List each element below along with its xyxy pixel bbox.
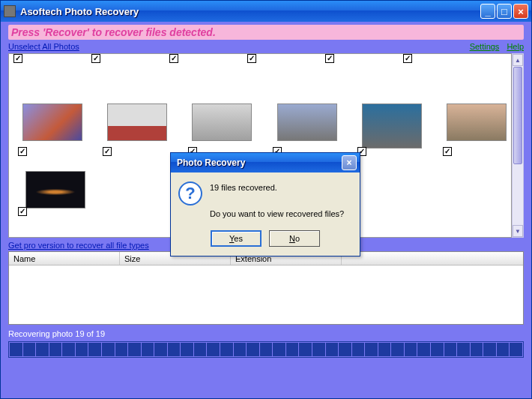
photo-checkbox[interactable] [103,147,112,156]
yes-button[interactable]: Yes [211,230,262,247]
pro-version-link[interactable]: Get pro version to recover all file type… [8,241,149,250]
recovery-dialog: Photo Recovery × ? 19 files recovered. D… [170,152,360,256]
close-button[interactable]: × [513,4,528,19]
photo-thumb[interactable] [446,104,508,148]
photo-thumb[interactable] [21,171,90,208]
links-row: Unselect All Photos Settings Help [8,40,524,53]
photo-checkbox[interactable] [403,54,412,63]
photo-checkbox[interactable] [18,147,27,156]
scroll-down-button[interactable]: ▼ [513,225,523,237]
scroll-up-button[interactable]: ▲ [513,54,523,66]
dialog-close-button[interactable]: × [342,155,357,170]
col-name[interactable]: Name [9,252,120,265]
question-icon: ? [178,182,202,206]
photo-thumb[interactable] [191,104,253,148]
dialog-line2: Do you want to view recovered files? [210,208,344,221]
title-bar[interactable]: Asoftech Photo Recovery _ □ × [1,1,531,22]
photo-thumb[interactable] [106,104,168,148]
photo-checkbox[interactable] [91,54,100,63]
photo-checkbox[interactable] [13,54,22,63]
photo-checkbox[interactable] [325,54,334,63]
progress-bar [8,341,524,358]
vertical-scrollbar[interactable]: ▲ ▼ [512,53,524,238]
dialog-title-bar[interactable]: Photo Recovery × [171,153,360,172]
maximize-button[interactable]: □ [497,4,512,19]
dialog-text: 19 files recovered. Do you want to view … [210,182,344,221]
settings-link[interactable]: Settings [470,42,500,51]
status-text: Recovering photo 19 of 19 [8,329,524,338]
app-window: Asoftech Photo Recovery _ □ × Press 'Rec… [0,0,532,399]
photo-thumb[interactable] [21,104,83,148]
photo-checkbox[interactable] [18,207,27,216]
file-table: Name Size Extension [8,251,524,325]
unselect-all-link[interactable]: Unselect All Photos [8,42,79,51]
photo-checkbox[interactable] [169,54,178,63]
photo-thumb[interactable] [360,104,423,148]
window-title: Asoftech Photo Recovery [20,6,479,17]
dialog-title: Photo Recovery [174,158,342,168]
help-link[interactable]: Help [507,42,524,51]
photo-thumb[interactable] [276,104,338,148]
app-icon [4,5,16,17]
scroll-thumb[interactable] [513,67,522,164]
col-spacer [342,252,523,265]
instruction-text: Press 'Recover' to recover files detecte… [8,25,524,40]
dialog-line1: 19 files recovered. [210,182,344,195]
dialog-buttons: Yes No [171,229,360,256]
dialog-body: ? 19 files recovered. Do you want to vie… [171,172,360,229]
photo-checkbox[interactable] [443,147,452,156]
photo-checkbox[interactable] [247,54,256,63]
no-button[interactable]: No [269,230,320,247]
minimize-button[interactable]: _ [480,4,495,19]
